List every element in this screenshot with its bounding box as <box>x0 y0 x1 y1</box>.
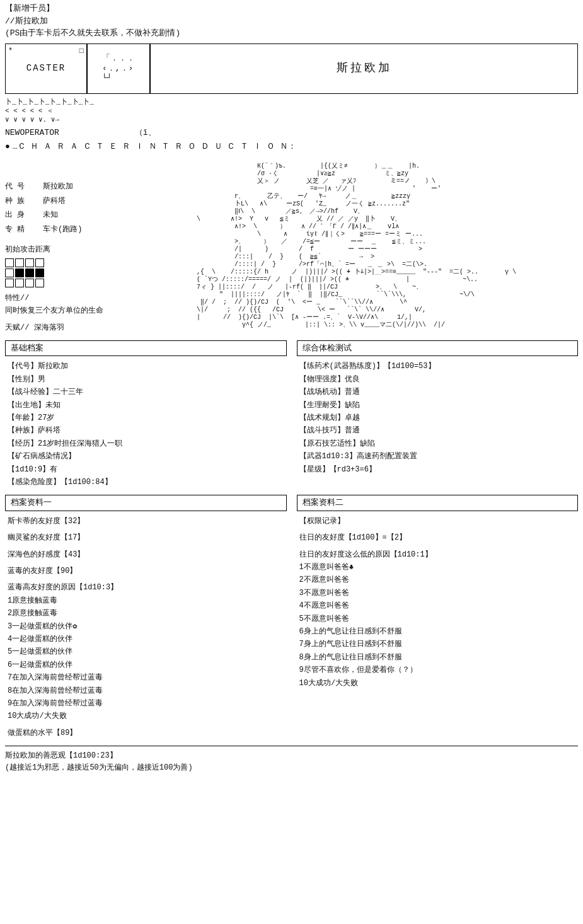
name-box: 斯拉欧加 <box>150 43 578 94</box>
comprehensive-test-content: 【练药术(武器熟练度)】【1d100=53】 【物理强度】优良 【战场机动】普通… <box>297 360 579 476</box>
new-member-label: 【新增千员】 <box>5 3 578 15</box>
ascii-art-main: К(¨｀)ъ. |{(乂ミ≠ ）＿＿ |h. /σ ·く |∨≥≧z ミ、≧zy… <box>182 155 578 334</box>
ct-item-1: 【物理强度】优良 <box>299 373 576 386</box>
bp-item-1: 【性别】男 <box>8 373 284 386</box>
talent-title: 天赋// 深海落羽 <box>5 322 182 334</box>
evil-good-label: 斯拉欧加的善恶观【1d100:23】 <box>5 750 578 762</box>
bp-item-0: 【代号】斯拉欧加 <box>8 360 284 372</box>
a2-item-7: 5不愿意叫爸爸 <box>299 613 576 625</box>
bp-item-5: 【种族】萨科塔 <box>8 424 284 437</box>
a2-item-8: 6身上的气息让往日感到不舒服 <box>299 625 576 638</box>
a2-item-2: 往日的友好度这么低的原因【1d10:1】 <box>299 548 576 561</box>
a2-item-1: 往日的友好度【1d100】=【2】 <box>299 531 576 544</box>
ct-item-6: 【原石技艺适性】缺陷 <box>299 437 576 450</box>
a1-item-3: 蓝毒的友好度【90】 <box>8 565 284 577</box>
range-cell-r1c2 <box>15 258 24 267</box>
range-cell-r1c4 <box>35 258 44 267</box>
a2-item-4: 2不愿意叫爸爸 <box>299 574 576 586</box>
bp-item-9: 【感染危险度】【1d100:84】 <box>8 476 284 488</box>
ct-item-3: 【生理耐受】缺陷 <box>299 399 576 412</box>
value-code: 斯拉欧加 <box>43 180 73 193</box>
range-cell-r3c4 <box>35 279 44 287</box>
attack-range-section: 初始攻击距离 <box>5 243 182 287</box>
caster-label: CASTER <box>26 62 66 75</box>
left-info: 代 号斯拉欧加 种 族萨科塔 出 身未知 专 精车卡(跑路) 初始攻击距离 <box>5 155 182 334</box>
a1-item-5: 1原意接触蓝毒 <box>8 594 284 607</box>
nav-content: 「．．． ‹．,．› └┘ <box>102 54 135 83</box>
archive2-title: 档案资料二 <box>297 495 579 511</box>
ct-item-2: 【战场机动】普通 <box>299 386 576 398</box>
comprehensive-test-section: 综合体检测试 【练药术(武器熟练度)】【1d100=53】 【物理强度】优良 【… <box>297 340 579 488</box>
a1-item-11: 7在加入深海前曾经帮过蓝毒 <box>8 671 284 684</box>
value-origin: 未知 <box>43 209 58 221</box>
bullet-point: ● <box>5 141 10 153</box>
a1-item-10: 6一起做蛋糕的伙伴 <box>8 659 284 671</box>
archive2-section: 档案资料二 【权限记录】 往日的友好度【1d100】=【2】 往日的友好度这么低… <box>297 495 579 739</box>
square-icon: □ <box>79 45 84 57</box>
label-origin: 出 身 <box>5 209 43 221</box>
a2-item-0: 【权限记录】 <box>299 515 576 528</box>
a1-item-2: 深海色的好感度【43】 <box>8 548 284 561</box>
a1-item-7: 3一起做蛋糕的伙伴✿ <box>8 620 284 633</box>
archive1-content: 斯卡蒂的友好度【32】 幽灵鲨的友好度【17】 深海色的好感度【43】 蓝毒的友… <box>5 515 287 739</box>
attack-range-label: 初始攻击距离 <box>5 243 182 256</box>
a2-item-11: 9尽管不喜欢你，但是爱着你（？） <box>299 664 576 676</box>
new-operator-label: NEWOPERATOR <box>5 127 59 139</box>
basic-profile-title: 基础档案 <box>5 340 287 357</box>
archive2-content: 【权限记录】 往日的友好度【1d100】=【2】 往日的友好度这么低的原因【1d… <box>297 515 579 690</box>
a1-item-13: 9在加入深海前曾经帮过蓝毒 <box>8 697 284 710</box>
ct-item-7: 【武器1d10:3】高速药剂配置装置 <box>299 450 576 463</box>
label-code: 代 号 <box>5 180 43 193</box>
archive1-title: 档案资料一 <box>5 495 287 511</box>
ct-item-5: 【战斗技巧】普通 <box>299 424 576 437</box>
range-cell-r2c3 <box>25 269 34 277</box>
bp-item-6: 【经历】21岁时担任深海猎人一职 <box>8 437 284 450</box>
range-cell-r2c1 <box>5 269 14 277</box>
a1-item-0: 斯卡蒂的友好度【32】 <box>8 515 284 528</box>
range-cell-r3c3 <box>25 279 34 287</box>
a2-item-12: 10大成功/大失败 <box>299 677 576 690</box>
a1-item-12: 8在加入深海前曾经帮过蓝毒 <box>8 684 284 697</box>
a1-item-15: 做蛋糕的水平【89】 <box>8 727 284 739</box>
a1-item-9: 5一起做蛋糕的伙伴 <box>8 645 284 658</box>
ps-label: (PS由于车卡后不久就失去联系，不做补充剧情) <box>5 27 578 40</box>
a2-item-6: 4不愿意叫爸爸 <box>299 599 576 612</box>
ct-item-4: 【战术规划】卓越 <box>299 412 576 424</box>
main-content: 代 号斯拉欧加 种 族萨科塔 出 身未知 专 精车卡(跑路) 初始攻击距离 <box>5 155 578 334</box>
a2-item-3: 1不愿意叫爸爸♣ <box>299 561 576 574</box>
a1-item-6: 2原意接触蓝毒 <box>8 607 284 620</box>
label-spec: 专 精 <box>5 223 43 236</box>
range-cell-r1c3 <box>25 258 34 267</box>
gamma-symbol: （ī、 <box>135 127 156 139</box>
a2-item-5: 3不愿意叫爸爸 <box>299 587 576 599</box>
ct-item-0: 【练药术(武器熟练度)】【1d100=53】 <box>299 360 576 372</box>
range-cell-r2c2 <box>15 269 24 277</box>
comment-label: //斯拉欧加 <box>5 15 578 28</box>
range-cell-r1c1 <box>5 258 14 267</box>
character-box-row: * □ CASTER 「．．． ‹．,．› └┘ 斯拉欧加 <box>5 43 578 94</box>
basic-profile-section: 基础档案 【代号】斯拉欧加 【性别】男 【战斗经验】二十三年 【出生地】未知 【… <box>5 340 287 488</box>
bottom-sections: 档案资料一 斯卡蒂的友好度【32】 幽灵鲨的友好度【17】 深海色的好感度【43… <box>5 495 578 739</box>
traits-section: 特性// 同时恢复三个友方单位的生命 天赋// 深海落羽 <box>5 292 182 334</box>
comprehensive-test-title: 综合体检测试 <box>297 340 579 357</box>
range-cell-r3c2 <box>15 279 24 287</box>
section-row-top: 基础档案 【代号】斯拉欧加 【性别】男 【战斗经验】二十三年 【出生地】未知 【… <box>5 340 578 488</box>
a1-item-14: 10大成功/大失败 <box>8 710 284 722</box>
header-section: 【新增千员】 //斯拉欧加 (PS由于车卡后不久就失去联系，不做补充剧情) <box>5 3 578 40</box>
range-cell-r2c4 <box>35 269 44 277</box>
evil-good-note: (越接近1为邪恶，越接近50为无偏向，越接近100为善) <box>5 762 578 774</box>
a1-item-4: 蓝毒高友好度的原因【1d10:3】 <box>8 581 284 594</box>
a1-item-8: 4一起做蛋糕的伙伴 <box>8 633 284 645</box>
value-race: 萨科塔 <box>43 195 66 207</box>
page-wrapper: 【新增千员】 //斯拉欧加 (PS由于车卡后不久就失去联系，不做补充剧情) * … <box>5 3 578 774</box>
info-code: 代 号斯拉欧加 种 族萨科塔 出 身未知 专 精车卡(跑路) <box>5 180 182 236</box>
a2-item-9: 7身上的气息让往日感到不舒服 <box>299 638 576 650</box>
character-name: 斯拉欧加 <box>337 60 392 77</box>
nav-box: 「．．． ‹．,．› └┘ <box>87 43 150 94</box>
value-spec: 车卡(跑路) <box>43 223 82 236</box>
footer-section: 斯拉欧加的善恶观【1d100:23】 (越接近1为邪恶，越接近50为无偏向，越接… <box>5 746 578 774</box>
char-intro-line: ● …Ｃ Ｈ Ａ Ｒ Ａ Ｃ Ｔ Ｅ Ｒ Ｉ Ｎ Ｔ Ｒ Ｏ Ｄ Ｕ Ｃ Ｔ Ｉ… <box>5 141 578 153</box>
label-race: 种 族 <box>5 195 43 207</box>
archive1-section: 档案资料一 斯卡蒂的友好度【32】 幽灵鲨的友好度【17】 深海色的好感度【43… <box>5 495 287 739</box>
bp-item-4: 【年龄】27岁 <box>8 412 284 424</box>
